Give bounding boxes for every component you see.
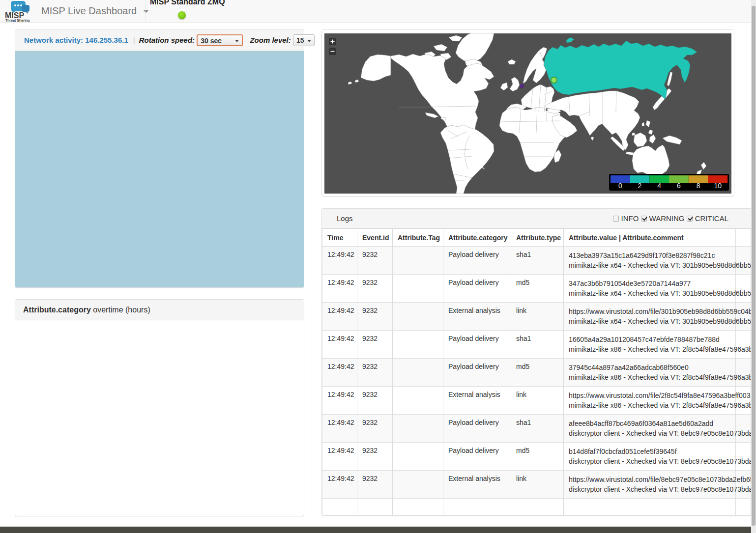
- svg-text:6: 6: [677, 182, 681, 190]
- svg-text:Threat Sharing: Threat Sharing: [5, 19, 29, 22]
- svg-text:4: 4: [657, 182, 661, 190]
- svg-text:8: 8: [697, 182, 700, 190]
- svg-text:0: 0: [618, 182, 622, 190]
- svg-text:2: 2: [638, 182, 642, 190]
- svg-text:10: 10: [714, 182, 722, 190]
